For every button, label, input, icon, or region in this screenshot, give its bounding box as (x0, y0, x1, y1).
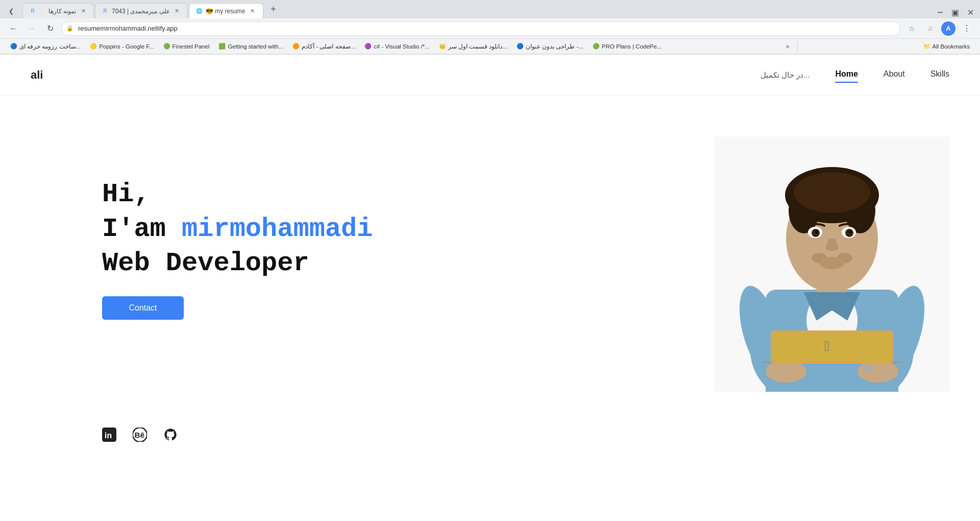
tab-1[interactable]: R نمونه کارها ✕ (22, 3, 94, 18)
bookmark-8-icon: 🔵 (517, 43, 524, 50)
github-icon (163, 428, 178, 442)
tab-2-title: علی میرمحمدی | 7043 (112, 8, 170, 15)
minimize-button[interactable]: − (937, 7, 943, 18)
contact-button[interactable]: Contact (102, 296, 184, 320)
hero-section: Hi, I'am mirmohammadi Web Developer Cont… (0, 96, 980, 412)
tab-2[interactable]: R علی میرمحمدی | 7043 ✕ (95, 3, 188, 18)
bookmark-4[interactable]: 🟩 Getting started with... (214, 42, 287, 51)
hero-iam-label: I'am (102, 214, 182, 244)
behance-icon: Bē (133, 428, 147, 442)
bookmark-7-label: دانلود قسمت اول سر... (448, 43, 507, 50)
all-bookmarks-label: All Bookmarks (933, 43, 970, 50)
bookmark-4-icon: 🟩 (218, 43, 226, 50)
hero-image:  (715, 136, 949, 392)
forward-button[interactable]: → (24, 21, 39, 36)
extensions-button[interactable]: ◽ (923, 21, 937, 36)
bookmarks-bar: 🔵 ساخت رزومه حرفه ای... 🟡 Poppins - Goog… (0, 39, 980, 54)
tab-3-title: my resume 😎 (206, 8, 246, 15)
tab-1-close[interactable]: ✕ (79, 7, 87, 15)
linkedin-link[interactable]: in (102, 428, 116, 445)
svg-point-15 (849, 230, 852, 233)
lock-icon: 🔒 (66, 25, 74, 32)
nav-home[interactable]: Home (835, 69, 857, 81)
address-bar[interactable] (61, 21, 900, 36)
nav-skills[interactable]: Skills (930, 69, 949, 81)
bookmark-5-icon: 🟠 (292, 43, 300, 50)
site-nav: ali در حال تکمیل... Home About Skills (0, 55, 980, 96)
menu-button[interactable]: ⋮ (960, 21, 974, 36)
new-tab-button[interactable]: + (266, 2, 281, 16)
bookmark-1-icon: 🔵 (10, 43, 17, 50)
bookmark-5[interactable]: 🟠 صفحه اصلی - آکادم... (288, 42, 359, 51)
hero-person-svg:  (715, 136, 949, 392)
site-logo: ali (31, 68, 43, 82)
hero-content: Hi, I'am mirmohammadi Web Developer Cont… (102, 136, 373, 320)
social-bar: in Bē (0, 412, 980, 460)
folder-icon: 📁 (923, 43, 930, 50)
bookmark-5-label: صفحه اصلی - آکادم... (302, 43, 355, 50)
bookmark-6-label: c# - Visual Studio /*... (374, 43, 430, 50)
tab-3-favicon: 🌐 (195, 8, 203, 15)
bookmark-2-label: Poppins - Google F... (99, 43, 154, 50)
maximize-button[interactable]: ▣ (951, 8, 959, 17)
bookmark-6[interactable]: 🟣 c# - Visual Studio /*... (360, 42, 434, 51)
bookmark-2[interactable]: 🟡 Poppins - Google F... (86, 42, 158, 51)
svg-point-19 (819, 257, 845, 269)
svg-point-9 (794, 172, 870, 213)
tab-2-close[interactable]: ✕ (173, 7, 181, 15)
bookmark-8[interactable]: 🔵 طراحی بدون عنوان -... (512, 42, 587, 51)
hero-iam-text: I'am mirmohammadi (102, 212, 373, 247)
bookmark-7[interactable]: 👑 دانلود قسمت اول سر... (435, 42, 511, 51)
bookmark-2-icon: 🟡 (90, 43, 97, 50)
address-bar-wrap: 🔒 (61, 21, 900, 36)
tab-1-favicon: R (29, 8, 36, 15)
linkedin-icon: in (102, 428, 116, 442)
back-button[interactable]: ← (6, 21, 20, 36)
bookmark-1-label: ساخت رزومه حرفه ای... (19, 43, 81, 50)
bookmark-7-icon: 👑 (439, 43, 446, 50)
all-bookmarks[interactable]: 📁 All Bookmarks (919, 42, 974, 51)
new-tab-left-icon[interactable]: ❮ (4, 4, 18, 18)
bookmark-1[interactable]: 🔵 ساخت رزومه حرفه ای... (6, 42, 85, 51)
bookmark-4-label: Getting started with... (228, 43, 283, 50)
bookmark-6-icon: 🟣 (364, 43, 372, 50)
bookmark-9[interactable]: 🟢 PRO Plans | CodePe... (589, 42, 666, 51)
bookmark-3[interactable]: 🟢 Finestel Panel (159, 42, 214, 51)
reload-button[interactable]: ↻ (43, 21, 57, 36)
tab-3[interactable]: 🌐 my resume 😎 ✕ (189, 3, 263, 18)
browser-chrome: ❮ R نمونه کارها ✕ R علی میرمحمدی | 7043 … (0, 0, 980, 55)
svg-text:Bē: Bē (135, 431, 144, 439)
svg-text:in: in (105, 431, 112, 440)
svg-rect-28 (773, 333, 891, 362)
hero-hi-text: Hi, (102, 177, 373, 212)
github-link[interactable] (163, 428, 178, 445)
tab-1-title: نمونه کارها (39, 8, 76, 15)
tab-2-favicon: R (102, 8, 109, 15)
nav-about[interactable]: About (884, 69, 905, 81)
bookmark-9-icon: 🟢 (593, 43, 600, 50)
bookmark-3-label: Finestel Panel (173, 43, 210, 50)
site-nav-links: در حال تکمیل... Home About Skills (761, 69, 949, 81)
hero-role-text: Web Developer (102, 246, 373, 281)
website-content: ali در حال تکمیل... Home About Skills Hi… (0, 55, 980, 494)
behance-link[interactable]: Bē (133, 428, 147, 445)
hero-name: mirmohammadi (182, 214, 373, 244)
profile-button[interactable]: A (941, 21, 955, 36)
nav-bar: ← → ↻ 🔒 ☆ ◽ A ⋮ (0, 18, 980, 39)
bookmarks-divider (797, 42, 798, 51)
tab-bar: ❮ R نمونه کارها ✕ R علی میرمحمدی | 7043 … (0, 0, 980, 18)
nav-in-progress[interactable]: در حال تکمیل... (761, 70, 810, 80)
bookmark-star-button[interactable]: ☆ (904, 21, 919, 36)
bookmark-8-label: طراحی بدون عنوان -... (526, 43, 583, 50)
bookmark-3-icon: 🟢 (163, 43, 170, 50)
bookmark-overflow[interactable]: » (783, 42, 793, 51)
bookmark-9-label: PRO Plans | CodePe... (602, 43, 662, 50)
tab-3-close[interactable]: ✕ (249, 7, 257, 15)
svg-rect-29 (863, 365, 873, 371)
close-button[interactable]: ✕ (967, 8, 974, 17)
svg-point-14 (815, 230, 818, 233)
